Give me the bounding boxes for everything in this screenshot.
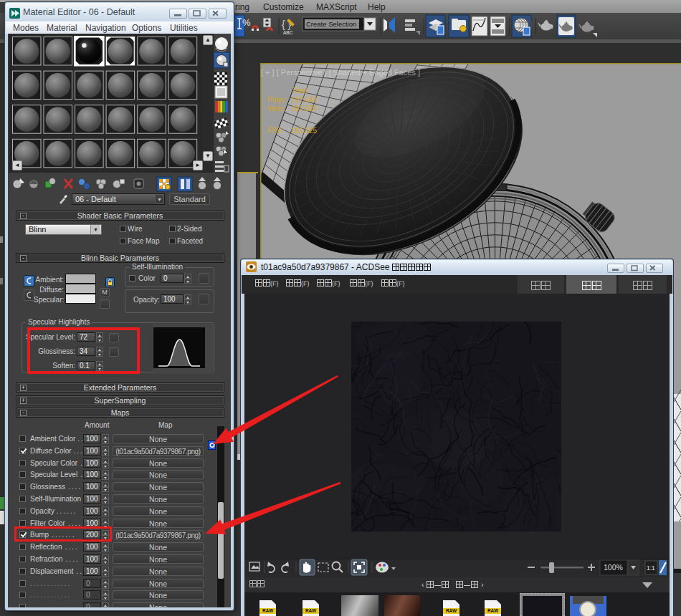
svg-text:Create Selection Se: Create Selection Se bbox=[306, 20, 367, 28]
svg-text:%: % bbox=[242, 17, 251, 28]
svg-text:100%: 100% bbox=[604, 563, 623, 572]
svg-text:1:1: 1:1 bbox=[647, 564, 655, 572]
svg-text:ABC: ABC bbox=[283, 30, 293, 35]
